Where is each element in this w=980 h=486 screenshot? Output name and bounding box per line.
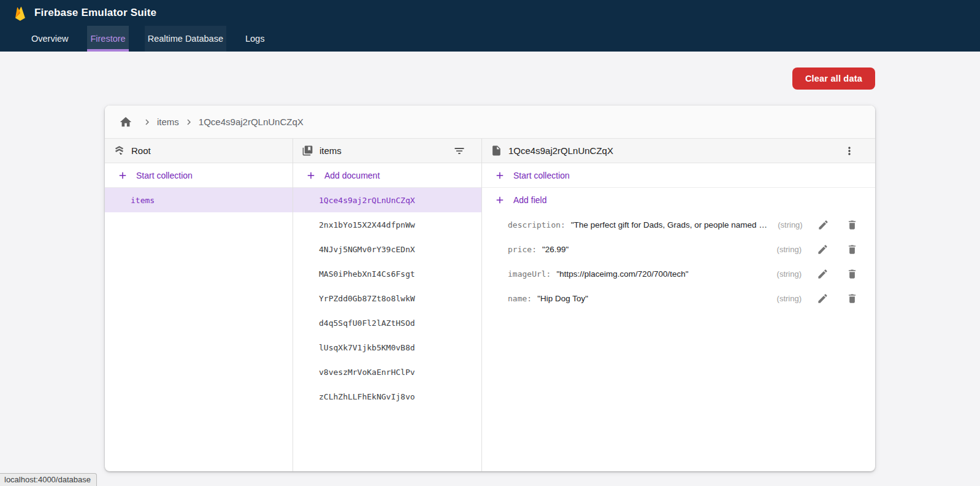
trash-icon	[846, 244, 858, 255]
browser-status-url: localhost:4000/database	[0, 473, 97, 486]
pencil-icon	[817, 293, 829, 304]
add-field-button[interactable]: Add field	[482, 188, 875, 212]
document-row[interactable]: 2nx1bYo15X2X44dfpnWw	[293, 212, 481, 237]
plus-icon	[494, 195, 505, 206]
breadcrumb-collection[interactable]: items	[157, 117, 179, 127]
delete-field-button[interactable]	[844, 291, 859, 306]
document-panel-title: 1Qce4s9aj2rQLnUnCZqX	[508, 145, 841, 156]
collection-panel-header: items	[293, 139, 481, 163]
firestore-card: items 1Qce4s9aj2rQLnUnCZqX Root	[105, 106, 875, 471]
collection-icon	[302, 145, 313, 156]
root-panel-header: Root	[105, 139, 293, 163]
breadcrumb-document[interactable]: 1Qce4s9aj2rQLnUnCZqX	[199, 117, 304, 127]
delete-field-button[interactable]	[844, 266, 859, 281]
field-row-description[interactable]: description: "The perfect gift for Dads,…	[482, 212, 875, 237]
tab-firestore[interactable]: Firestore	[87, 26, 128, 52]
home-icon	[119, 115, 132, 129]
tab-realtime-database[interactable]: Realtime Database	[145, 26, 226, 52]
document-row[interactable]: 4NJvj5NGMv0rY39cEDnX	[293, 237, 481, 261]
chevron-right-icon	[142, 117, 153, 128]
pencil-icon	[817, 219, 829, 231]
document-panel: 1Qce4s9aj2rQLnUnCZqX Start collection Ad…	[481, 139, 875, 471]
collection-panel-title: items	[320, 145, 451, 156]
document-row[interactable]: 1Qce4s9aj2rQLnUnCZqX	[293, 188, 481, 212]
document-panel-header: 1Qce4s9aj2rQLnUnCZqX	[482, 139, 875, 163]
collection-panel: items Add document 1Qce4s9aj2rQLnUnCZqX …	[293, 139, 481, 471]
root-panel: Root Start collection items	[105, 139, 293, 471]
field-type-badge: (string)	[770, 220, 802, 230]
plus-icon	[494, 170, 505, 181]
document-row[interactable]: YrPZdd0Gb87Zt8o8lwkW	[293, 286, 481, 310]
start-collection-button[interactable]: Start collection	[105, 163, 293, 188]
trash-icon	[846, 293, 858, 304]
breadcrumb: items 1Qce4s9aj2rQLnUnCZqX	[105, 106, 875, 139]
plus-icon	[117, 170, 128, 181]
edit-field-button[interactable]	[815, 266, 830, 281]
add-document-button[interactable]: Add document	[293, 163, 481, 188]
pencil-icon	[817, 268, 829, 280]
field-type-badge: (string)	[770, 294, 802, 303]
filter-icon[interactable]	[451, 142, 468, 160]
field-type-badge: (string)	[770, 269, 802, 279]
pencil-icon	[817, 244, 829, 255]
document-row[interactable]: zCLhZhLLFhEkNGvIj8vo	[293, 384, 481, 409]
clear-all-data-button[interactable]: Clear all data	[792, 68, 875, 90]
chevron-right-icon	[183, 117, 194, 128]
app-title: Firebase Emulator Suite	[34, 7, 156, 19]
home-button[interactable]	[119, 115, 132, 129]
delete-field-button[interactable]	[844, 242, 859, 256]
firebase-flame-icon	[13, 6, 26, 21]
collection-row-items[interactable]: items	[105, 188, 293, 212]
field-row-name[interactable]: name: "Hip Dog Toy" (string)	[482, 286, 875, 310]
field-row-price[interactable]: price: "26.99" (string)	[482, 237, 875, 261]
edit-field-button[interactable]	[816, 217, 830, 232]
document-row[interactable]: MAS0iPhebXnI4Cs6Fsgt	[293, 261, 481, 286]
edit-field-button[interactable]	[815, 242, 830, 256]
nav-tabs: Overview Firestore Realtime Database Log…	[0, 26, 980, 52]
document-icon	[491, 145, 502, 156]
tab-logs[interactable]: Logs	[242, 26, 267, 52]
firestore-icon	[113, 145, 125, 156]
trash-icon	[846, 219, 858, 231]
delete-field-button[interactable]	[845, 217, 859, 232]
kebab-menu-icon[interactable]	[841, 142, 858, 160]
edit-field-button[interactable]	[815, 291, 830, 306]
tab-overview[interactable]: Overview	[28, 26, 71, 52]
document-row[interactable]: d4q5SqfU0Fl2lAZtHSOd	[293, 310, 481, 335]
field-type-badge: (string)	[770, 245, 802, 254]
start-collection-button[interactable]: Start collection	[482, 163, 875, 188]
plus-icon	[305, 170, 316, 181]
trash-icon	[846, 268, 858, 280]
document-row[interactable]: v8veszMrVoKaEnrHClPv	[293, 360, 481, 384]
root-panel-title: Root	[131, 145, 284, 156]
field-row-imageUrl[interactable]: imageUrl: "https://placeimg.com/720/700/…	[482, 261, 875, 286]
document-row[interactable]: lUsqXk7V1jkb5KM0vB8d	[293, 335, 481, 360]
app-header: Firebase Emulator Suite Overview Firesto…	[0, 0, 980, 52]
